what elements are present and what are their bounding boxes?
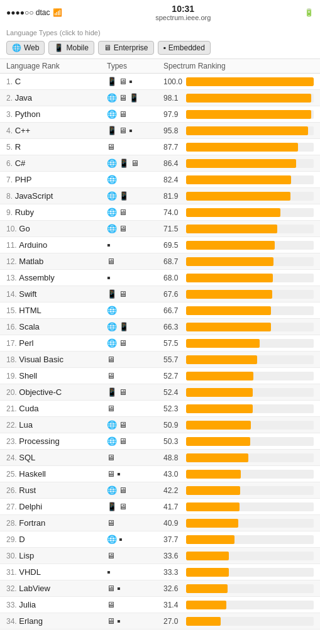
bar-cell: 97.9 xyxy=(163,110,314,119)
type-btn-enterprise[interactable]: 🖥 Enterprise xyxy=(98,41,154,55)
bar-wrap xyxy=(186,519,314,528)
bar-fill xyxy=(186,306,271,315)
lang-name: 20. Objective-C xyxy=(6,387,107,397)
bar-wrap xyxy=(186,584,314,593)
bar-cell: 68.0 xyxy=(163,274,314,282)
type-btn-web-label: Web xyxy=(24,43,39,52)
lang-name: 10. Go xyxy=(6,224,107,233)
lang-icons: 📱🖥▪ xyxy=(107,125,163,136)
table-row: 17. Perl🌐🖥57.5 xyxy=(0,335,320,352)
bar-wrap xyxy=(186,110,314,119)
bar-cell: 32.6 xyxy=(163,584,314,593)
lang-name: 7. PHP xyxy=(6,175,107,184)
type-btn-embedded[interactable]: ▪ Embedded xyxy=(158,41,211,55)
enterprise-icon: 🖥 xyxy=(119,502,127,511)
bar-cell: 37.7 xyxy=(163,535,314,544)
table-row: 26. Rust🌐🖥42.2 xyxy=(0,482,320,499)
bar-wrap xyxy=(186,355,314,364)
web-icon: 🌐 xyxy=(107,109,117,119)
bar-score: 52.3 xyxy=(163,404,182,413)
bar-wrap xyxy=(186,552,314,560)
lang-name: 27. Delphi xyxy=(6,502,107,511)
bar-wrap xyxy=(186,159,314,168)
col-types: Types xyxy=(107,62,163,70)
enterprise-icon: 🖥 xyxy=(107,453,115,462)
lang-name: 2. Java xyxy=(6,93,107,103)
embedded-icon: ▪ xyxy=(107,240,111,251)
enterprise-icon: 🖥 xyxy=(119,387,127,397)
lang-icons: 🖥▪ xyxy=(107,469,163,480)
table-row: 10. Go🌐🖥71.5 xyxy=(0,221,320,237)
lang-icons: 🖥 xyxy=(107,453,163,462)
table-row: 32. LabView🖥▪32.6 xyxy=(0,580,320,597)
lang-name: 29. D xyxy=(6,535,107,544)
type-btn-mobile[interactable]: 📱 Mobile xyxy=(48,41,94,55)
lang-icons: 🖥 xyxy=(107,142,163,152)
bar-fill xyxy=(186,241,275,250)
lang-name: 5. R xyxy=(6,142,107,152)
bar-cell: 71.5 xyxy=(163,225,314,233)
embedded-icon: ▪ xyxy=(129,125,133,136)
bar-score: 97.9 xyxy=(163,110,182,119)
lang-name: 25. Haskell xyxy=(6,469,107,479)
lang-types-section: Language Types (click to hide) 🌐 Web 📱 M… xyxy=(0,23,320,59)
lang-icons: 🌐▪ xyxy=(107,534,163,545)
bar-wrap xyxy=(186,601,314,609)
col-spectrum: Spectrum Ranking xyxy=(163,62,314,70)
mobile-icon: 📱 xyxy=(54,43,63,52)
bar-score: 71.5 xyxy=(163,225,182,233)
bar-score: 66.3 xyxy=(163,323,182,331)
lang-name: 34. Erlang xyxy=(6,616,107,626)
bar-wrap xyxy=(186,617,314,626)
bar-wrap xyxy=(186,372,314,380)
bar-score: 41.7 xyxy=(163,502,182,511)
table-row: 30. Lisp🖥33.6 xyxy=(0,548,320,564)
table-row: 34. Erlang🖥▪27.0 xyxy=(0,613,320,630)
bar-wrap xyxy=(186,94,314,103)
web-icon: 🌐 xyxy=(107,535,117,544)
bar-cell: 82.4 xyxy=(163,175,314,184)
enterprise-icon: 🖥 xyxy=(119,338,127,348)
lang-icons: 🖥 xyxy=(107,518,163,528)
lang-icons: 🌐🖥 xyxy=(107,486,163,495)
embedded-icon: ▪ xyxy=(117,616,121,627)
lang-icons: 🖥 xyxy=(107,551,163,560)
lang-name: 33. Julia xyxy=(6,600,107,609)
bar-score: 33.3 xyxy=(163,568,182,577)
bar-score: 32.6 xyxy=(163,584,182,593)
mobile-icon: 📱 xyxy=(107,77,117,86)
lang-icons: ▪ xyxy=(107,567,163,578)
bar-cell: 52.3 xyxy=(163,404,314,413)
enterprise-icon: 🖥 xyxy=(107,371,115,380)
type-btn-web[interactable]: 🌐 Web xyxy=(6,41,45,55)
language-list: 1. C📱🖥▪100.02. Java🌐🖥📱98.13. Python🌐🖥97.… xyxy=(0,74,320,630)
lang-name: 9. Ruby xyxy=(6,208,107,217)
bar-fill xyxy=(186,126,308,135)
lang-name: 4. C++ xyxy=(6,126,107,135)
web-icon: 🌐 xyxy=(107,175,117,184)
table-row: 5. R🖥87.7 xyxy=(0,139,320,155)
lang-icons: 🌐🖥 xyxy=(107,436,163,446)
lang-name: 32. LabView xyxy=(6,584,107,593)
bar-score: 100.0 xyxy=(163,77,182,86)
lang-icons: 🌐🖥 xyxy=(107,208,163,217)
bar-cell: 68.7 xyxy=(163,257,314,266)
bar-score: 27.0 xyxy=(163,617,182,626)
bar-score: 66.7 xyxy=(163,306,182,315)
bar-score: 37.7 xyxy=(163,535,182,544)
table-row: 13. Assembly▪68.0 xyxy=(0,270,320,286)
table-row: 7. PHP🌐82.4 xyxy=(0,172,320,188)
bar-wrap xyxy=(186,470,314,479)
status-time: 10:31 spectrum.ieee.org xyxy=(155,4,211,21)
bar-cell: 66.7 xyxy=(163,306,314,315)
type-btn-embedded-label: Embedded xyxy=(168,43,205,52)
bar-score: 82.4 xyxy=(163,175,182,184)
bar-fill xyxy=(186,601,226,609)
bar-score: 48.8 xyxy=(163,453,182,462)
bar-wrap xyxy=(186,257,314,266)
bar-fill xyxy=(186,453,248,462)
bar-fill xyxy=(186,372,253,380)
table-row: 2. Java🌐🖥📱98.1 xyxy=(0,90,320,106)
bar-cell: 52.4 xyxy=(163,388,314,397)
bar-wrap xyxy=(186,568,314,577)
